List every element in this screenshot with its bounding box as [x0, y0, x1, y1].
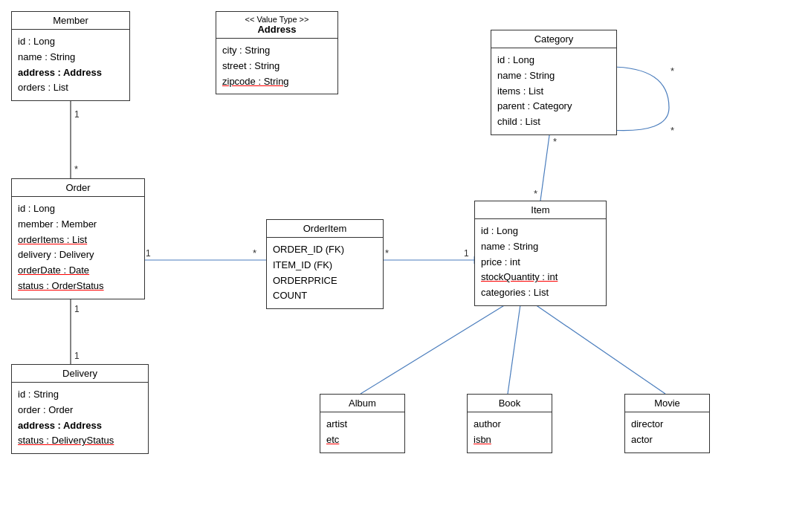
svg-text:*: *	[385, 247, 389, 259]
item-field-name: name : String	[481, 239, 600, 255]
svg-text:1: 1	[464, 248, 469, 259]
svg-line-13	[540, 130, 550, 201]
svg-text:*: *	[671, 65, 674, 77]
category-title: Category	[534, 33, 574, 45]
item-field-categories: categories : List	[481, 285, 600, 301]
delivery-field-order: order : Order	[18, 403, 142, 418]
order-box: Order id : Long member : Member orderIte…	[11, 178, 145, 299]
delivery-title: Delivery	[62, 368, 97, 379]
orderitem-field-count: COUNT	[273, 288, 377, 304]
svg-text:*: *	[553, 136, 557, 147]
member-box: Member id : Long name : String address :…	[11, 11, 130, 101]
svg-text:1: 1	[74, 351, 80, 361]
delivery-header: Delivery	[12, 365, 148, 383]
movie-box: Movie director actor	[624, 394, 710, 453]
album-field-etc: etc	[326, 432, 398, 448]
svg-text:*: *	[671, 125, 674, 136]
member-field-name: name : String	[18, 50, 123, 65]
delivery-field-id: id : String	[18, 387, 142, 403]
order-field-id: id : Long	[18, 201, 138, 217]
book-field-author: author	[474, 417, 546, 432]
book-field-isbn: isbn	[474, 432, 546, 448]
order-title: Order	[65, 182, 90, 193]
movie-title: Movie	[654, 398, 680, 409]
movie-field-director: director	[631, 417, 703, 432]
order-field-orderitems: orderItems : List	[18, 233, 138, 248]
category-field-id: id : Long	[497, 53, 610, 68]
member-title: Member	[53, 15, 88, 26]
album-body: artist etc	[320, 412, 404, 452]
movie-field-actor: actor	[631, 432, 703, 448]
item-field-id: id : Long	[481, 224, 600, 239]
address-field-city: city : String	[222, 43, 332, 59]
address-header: << Value Type >> Address	[216, 12, 337, 39]
delivery-body: id : String order : Order address : Addr…	[12, 383, 148, 453]
book-box: Book author isbn	[467, 394, 552, 453]
order-field-member: member : Member	[18, 217, 138, 233]
member-header: Member	[12, 12, 129, 30]
delivery-box: Delivery id : String order : Order addre…	[11, 364, 149, 454]
item-body: id : Long name : String price : int stoc…	[475, 219, 606, 305]
order-body: id : Long member : Member orderItems : L…	[12, 197, 144, 299]
category-body: id : Long name : String items : List par…	[491, 48, 616, 134]
book-title: Book	[499, 398, 521, 409]
order-field-delivery: delivery : Delivery	[18, 247, 138, 263]
category-header: Category	[491, 30, 616, 48]
album-field-artist: artist	[326, 417, 398, 432]
movie-body: director actor	[625, 412, 709, 452]
orderitem-title: OrderItem	[303, 223, 347, 234]
address-title: Address	[257, 24, 296, 35]
svg-text:1: 1	[74, 109, 80, 120]
category-field-parent: parent : Category	[497, 99, 610, 114]
svg-text:1: 1	[74, 304, 80, 314]
member-field-id: id : Long	[18, 34, 123, 50]
svg-line-16	[361, 305, 505, 394]
orderitem-box: OrderItem ORDER_ID (FK) ITEM_ID (FK) ORD…	[266, 219, 384, 309]
svg-text:*: *	[74, 163, 78, 175]
category-box: Category id : Long name : String items :…	[491, 30, 617, 135]
album-box: Album artist etc	[320, 394, 405, 453]
member-field-address: address : Address	[18, 65, 123, 81]
category-field-items: items : List	[497, 84, 610, 100]
diagram-container: 1 * 1 1 1 * * 1 * *	[0, 0, 811, 532]
category-field-name: name : String	[497, 68, 610, 84]
category-field-child: child : List	[497, 114, 610, 130]
member-field-orders: orders : List	[18, 80, 123, 96]
address-field-street: street : String	[222, 59, 332, 74]
orderitem-field-orderid: ORDER_ID (FK)	[273, 242, 377, 258]
order-field-orderdate: orderDate : Date	[18, 263, 138, 279]
album-header: Album	[320, 395, 404, 412]
address-box: << Value Type >> Address city : String s…	[216, 11, 338, 94]
item-header: Item	[475, 201, 606, 219]
movie-header: Movie	[625, 395, 709, 412]
svg-line-18	[535, 305, 665, 394]
item-title: Item	[531, 204, 549, 215]
svg-text:*: *	[534, 188, 537, 199]
member-body: id : Long name : String address : Addres…	[12, 30, 129, 100]
item-box: Item id : Long name : String price : int…	[474, 201, 607, 306]
address-stereotype: << Value Type >>	[222, 15, 332, 24]
orderitem-header: OrderItem	[267, 220, 383, 238]
delivery-field-address: address : Address	[18, 418, 142, 434]
book-body: author isbn	[468, 412, 552, 452]
orderitem-field-orderprice: ORDERPRICE	[273, 273, 377, 289]
address-body: city : String street : String zipcode : …	[216, 39, 337, 94]
svg-line-17	[508, 305, 520, 394]
address-field-zipcode: zipcode : String	[222, 74, 332, 90]
order-field-status: status : OrderStatus	[18, 279, 138, 294]
svg-text:1: 1	[146, 248, 151, 259]
album-title: Album	[349, 398, 376, 409]
order-header: Order	[12, 179, 144, 197]
item-field-stockqty: stockQuantity : int	[481, 270, 600, 285]
orderitem-body: ORDER_ID (FK) ITEM_ID (FK) ORDERPRICE CO…	[267, 238, 383, 308]
delivery-field-status: status : DeliveryStatus	[18, 433, 142, 449]
svg-text:*: *	[253, 247, 256, 259]
item-field-price: price : int	[481, 255, 600, 270]
book-header: Book	[468, 395, 552, 412]
orderitem-field-itemid: ITEM_ID (FK)	[273, 258, 377, 273]
